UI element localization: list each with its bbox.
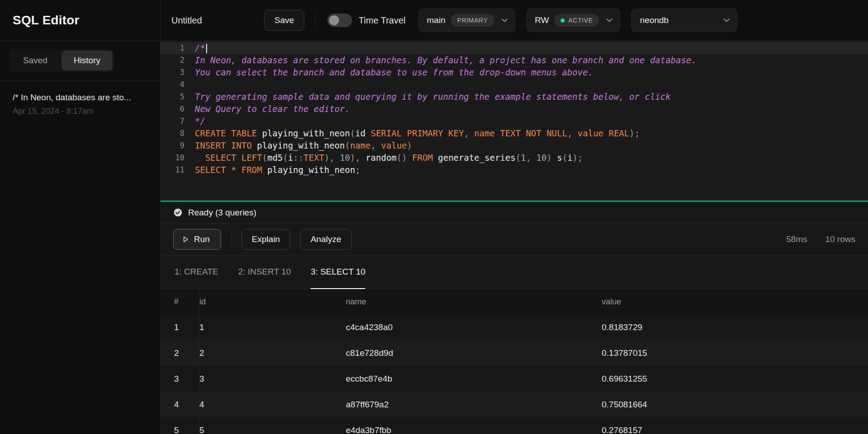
analyze-button[interactable]: Analyze <box>300 229 352 250</box>
line-number: 5 <box>160 91 184 103</box>
result-tab-1-create[interactable]: 1: CREATE <box>175 256 218 289</box>
branch-name: main <box>427 15 445 25</box>
sql-code-editor[interactable]: 1/*2In Neon, databases are stored on bra… <box>160 41 868 202</box>
history-list-item[interactable]: /* In Neon, databases are sto... Apr 15,… <box>13 93 147 116</box>
compute-status-label: ACTIVE <box>568 17 593 24</box>
code-line[interactable]: 3You can select the branch and database … <box>160 66 868 79</box>
active-status-dot <box>561 19 565 23</box>
table-cell: 4 <box>199 392 346 417</box>
results-grid: #idnamevalue11c4ca4238a00.818372922c81e7… <box>160 289 868 434</box>
result-tab-2-insert-10[interactable]: 2: INSERT 10 <box>238 256 291 289</box>
sql-editor-app: SQL Editor Saved History /* In Neon, dat… <box>0 0 868 434</box>
query-name: Untitled <box>171 15 264 26</box>
query-metrics: 58ms 10 rows <box>786 234 855 244</box>
column-header: value <box>602 289 868 314</box>
table-row[interactable]: 22c81e728d9d0.13787015 <box>160 340 868 366</box>
code-line[interactable]: 8CREATE TABLE playing_with_neon(id SERIA… <box>160 127 868 140</box>
history-item-timestamp: Apr 15, 2024 - 8:17am <box>13 107 147 116</box>
line-number: 2 <box>160 54 184 66</box>
database-name: neondb <box>640 15 668 25</box>
line-number: 3 <box>160 66 184 79</box>
compute-select[interactable]: RW ACTIVE <box>526 9 620 32</box>
code-line[interactable]: 4 <box>160 79 868 91</box>
tab-history[interactable]: History <box>61 51 113 70</box>
status-text: Ready (3 queries) <box>188 208 256 218</box>
table-cell: 0.2768157 <box>602 417 868 434</box>
chevron-down-icon <box>604 15 614 25</box>
column-header: id <box>199 289 346 314</box>
run-button-label: Run <box>194 234 210 244</box>
column-header: # <box>160 289 199 314</box>
main-panel: Untitled Save Time Travel main PRIMARY R… <box>160 0 868 434</box>
line-number: 7 <box>160 115 184 127</box>
status-bar: Ready (3 queries) <box>160 202 868 224</box>
code-line[interactable]: 6New Query to clear the editor. <box>160 103 868 115</box>
compute-status-badge: ACTIVE <box>554 14 599 27</box>
table-cell: eccbc87e4b <box>346 366 602 392</box>
save-button[interactable]: Save <box>264 10 304 31</box>
code-line[interactable]: 1/* <box>160 42 868 54</box>
line-number: 10 <box>160 152 184 164</box>
sidebar: SQL Editor Saved History /* In Neon, dat… <box>0 0 160 434</box>
table-row[interactable]: 11c4ca4238a00.8183729 <box>160 314 868 340</box>
table-row[interactable]: 44a87ff679a20.75081664 <box>160 392 868 417</box>
play-icon <box>182 236 189 243</box>
saved-history-segmented-control: Saved History <box>9 49 114 72</box>
code-text: SELECT LEFT(md5(i::TEXT), 10), random() … <box>184 152 583 164</box>
code-text: You can select the branch and database t… <box>184 66 593 79</box>
chevron-down-icon <box>500 15 509 25</box>
topbar: Untitled Save Time Travel main PRIMARY R… <box>160 0 868 41</box>
table-cell: c81e728d9d <box>346 340 602 366</box>
table-cell: 2 <box>199 340 346 366</box>
code-line[interactable]: 10 SELECT LEFT(md5(i::TEXT), 10), random… <box>160 152 868 164</box>
table-cell: 0.69631255 <box>602 366 868 392</box>
table-row[interactable]: 55e4da3b7fbb0.2768157 <box>160 417 868 434</box>
code-text: CREATE TABLE playing_with_neon(id SERIAL… <box>184 127 640 140</box>
branch-primary-badge: PRIMARY <box>451 14 494 27</box>
code-text: In Neon, databases are stored on branche… <box>184 54 697 66</box>
run-button[interactable]: Run <box>173 229 221 250</box>
table-cell: 0.8183729 <box>602 314 868 340</box>
code-line[interactable]: 9INSERT INTO playing_with_neon(name, val… <box>160 140 868 152</box>
code-text: New Query to clear the editor. <box>184 103 350 115</box>
table-cell: 5 <box>199 417 346 434</box>
chevron-down-icon <box>722 15 731 25</box>
code-text <box>184 79 195 91</box>
history-list: /* In Neon, databases are sto... Apr 15,… <box>0 81 160 128</box>
text-cursor <box>206 44 207 53</box>
line-number: 6 <box>160 103 184 115</box>
code-text: Try generating sample data and querying … <box>184 91 670 103</box>
action-bar-divider <box>231 233 231 246</box>
time-travel-toggle[interactable] <box>327 14 352 27</box>
compute-name: RW <box>535 15 549 25</box>
sidebar-tab-bar: Saved History <box>0 41 160 81</box>
check-circle-icon <box>173 208 183 217</box>
tab-saved[interactable]: Saved <box>11 51 60 70</box>
explain-button[interactable]: Explain <box>241 229 290 250</box>
table-row[interactable]: 33eccbc87e4b0.69631255 <box>160 366 868 392</box>
column-header: name <box>346 289 602 314</box>
code-text: /* <box>184 42 207 54</box>
history-item-title: /* In Neon, databases are sto... <box>13 93 147 103</box>
table-cell: 4 <box>160 392 199 417</box>
line-number: 8 <box>160 127 184 140</box>
code-line[interactable]: 2In Neon, databases are stored on branch… <box>160 54 868 66</box>
database-select[interactable]: neondb <box>631 9 737 32</box>
branch-select[interactable]: main PRIMARY <box>418 9 515 32</box>
table-cell: a87ff679a2 <box>346 392 602 417</box>
table-cell: 3 <box>160 366 199 392</box>
code-text: */ <box>184 115 205 127</box>
page-title: SQL Editor <box>13 13 80 28</box>
action-bar: Run Explain Analyze 58ms 10 rows <box>160 224 868 256</box>
line-number: 9 <box>160 140 184 152</box>
result-tab-3-select-10[interactable]: 3: SELECT 10 <box>311 256 365 289</box>
code-line[interactable]: 7*/ <box>160 115 868 127</box>
line-number: 11 <box>160 164 184 176</box>
results-table: #idnamevalue11c4ca4238a00.818372922c81e7… <box>160 289 868 434</box>
table-cell: 0.75081664 <box>602 392 868 417</box>
code-line[interactable]: 5Try generating sample data and querying… <box>160 91 868 103</box>
code-line[interactable]: 11SELECT * FROM playing_with_neon; <box>160 164 868 176</box>
topbar-divider <box>315 10 316 30</box>
time-travel-label: Time Travel <box>359 15 406 26</box>
row-count: 10 rows <box>825 234 855 244</box>
